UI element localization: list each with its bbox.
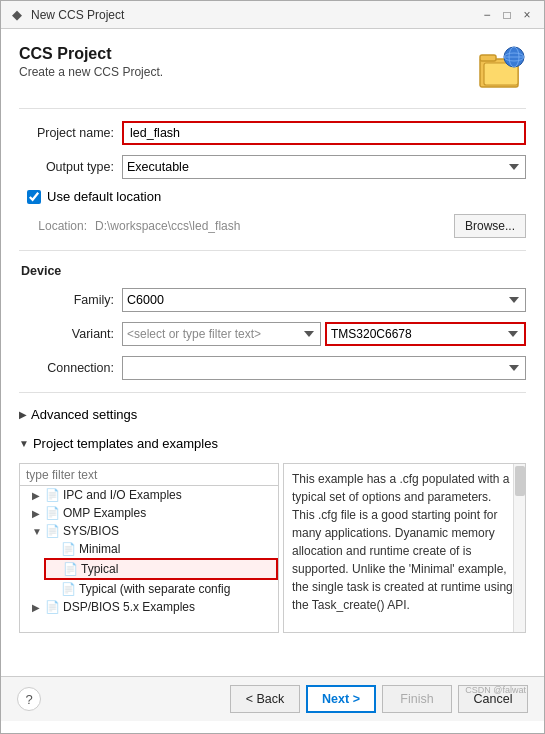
device-group-label: Device: [19, 263, 526, 278]
templates-label: Project templates and examples: [33, 436, 218, 451]
description-scrollbar[interactable]: [513, 464, 525, 632]
connection-label: Connection:: [19, 361, 114, 375]
location-value: D:\workspace\ccs\led_flash: [95, 219, 446, 233]
templates-tree[interactable]: ▶ 📄 IPC and I/O Examples ▶ 📄 OMP Example…: [19, 463, 279, 633]
variant-filter-select[interactable]: <select or type filter text>: [122, 322, 321, 346]
browse-button[interactable]: Browse...: [454, 214, 526, 238]
close-button[interactable]: ×: [518, 6, 536, 24]
output-type-row: Output type: Executable: [19, 155, 526, 179]
header-section: CCS Project Create a new CCS Project.: [19, 45, 526, 96]
advanced-divider: [19, 392, 526, 393]
chevron-right-icon: ▶: [32, 490, 42, 501]
dialog-footer: ? < Back Next > Finish Cancel: [1, 676, 544, 721]
project-name-input[interactable]: [122, 121, 526, 145]
use-default-location-row: Use default location: [27, 189, 526, 204]
templates-chevron-icon: ▼: [19, 438, 29, 449]
variant-value-select[interactable]: TMS320C6678: [325, 322, 526, 346]
connection-select[interactable]: [122, 356, 526, 380]
dialog-title: CCS Project: [19, 45, 163, 63]
location-row: Location: D:\workspace\ccs\led_flash Bro…: [27, 214, 526, 238]
list-item[interactable]: 📄 Typical (with separate config: [44, 580, 278, 598]
minimize-button[interactable]: −: [478, 6, 496, 24]
use-default-checkbox[interactable]: [27, 190, 41, 204]
file-icon: 📄: [61, 582, 76, 596]
family-select[interactable]: C6000: [122, 288, 526, 312]
chevron-right-icon: ▶: [32, 508, 42, 519]
folder-icon: 📄: [45, 600, 60, 614]
title-bar: ◆ New CCS Project − □ ×: [1, 1, 544, 29]
variant-label: Variant:: [19, 327, 114, 341]
advanced-settings-toggle[interactable]: ▶ Advanced settings: [19, 405, 526, 424]
use-default-label: Use default location: [47, 189, 161, 204]
list-item[interactable]: ▼ 📄 SYS/BIOS: [28, 522, 278, 540]
maximize-button[interactable]: □: [498, 6, 516, 24]
output-type-label: Output type:: [19, 160, 114, 174]
output-type-select[interactable]: Executable: [122, 155, 526, 179]
title-bar-text: New CCS Project: [31, 8, 472, 22]
advanced-chevron-icon: ▶: [19, 409, 27, 420]
list-item[interactable]: 📄 Minimal: [44, 540, 278, 558]
filter-input[interactable]: [20, 464, 278, 486]
templates-toggle[interactable]: ▼ Project templates and examples: [19, 434, 526, 453]
project-name-row: Project name:: [19, 121, 526, 145]
folder-icon: 📄: [45, 488, 60, 502]
family-label: Family:: [19, 293, 114, 307]
list-item[interactable]: ▶ 📄 OMP Examples: [28, 504, 278, 522]
device-divider: [19, 250, 526, 251]
window-controls: − □ ×: [478, 6, 536, 24]
scroll-thumb[interactable]: [515, 466, 525, 496]
list-item[interactable]: 📄 Typical: [44, 558, 278, 580]
connection-row: Connection:: [19, 356, 526, 380]
folder-icon: 📄: [45, 506, 60, 520]
advanced-settings-label: Advanced settings: [31, 407, 137, 422]
chevron-down-icon: ▼: [32, 526, 42, 537]
family-row: Family: C6000: [19, 288, 526, 312]
file-icon: 📄: [63, 562, 78, 576]
template-description: This example has a .cfg populated with a…: [283, 463, 526, 633]
file-icon: 📄: [61, 542, 76, 556]
svg-rect-1: [480, 55, 496, 61]
header-icon: [478, 45, 526, 96]
list-item[interactable]: ▶ 📄 IPC and I/O Examples: [28, 486, 278, 504]
folder-open-icon: 📄: [45, 524, 60, 538]
window-icon: ◆: [9, 7, 25, 23]
dialog-content: CCS Project Create a new CCS Project.: [1, 29, 544, 676]
dialog-subtitle: Create a new CCS Project.: [19, 65, 163, 79]
chevron-right-icon: ▶: [32, 602, 42, 613]
project-name-label: Project name:: [19, 126, 114, 140]
variant-row: Variant: <select or type filter text> TM…: [19, 322, 526, 346]
list-item[interactable]: ▶ 📄 DSP/BIOS 5.x Examples: [28, 598, 278, 616]
templates-body: ▶ 📄 IPC and I/O Examples ▶ 📄 OMP Example…: [19, 463, 526, 633]
watermark: CSDN @falwat: [0, 685, 534, 697]
header-divider: [19, 108, 526, 109]
location-label: Location:: [27, 219, 87, 233]
